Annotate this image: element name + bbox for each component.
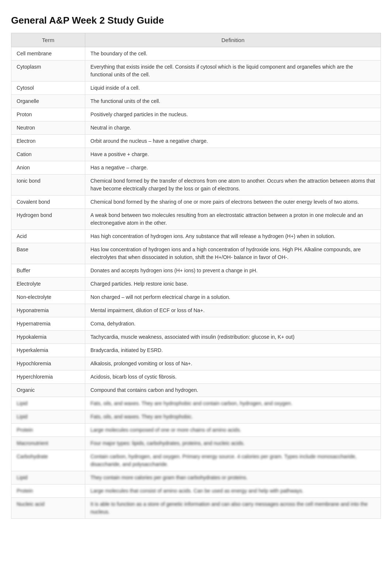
definition-cell: Large molecules composed of one or more … xyxy=(85,424,381,437)
table-row: AcidHas high concentration of hydrogen i… xyxy=(11,230,381,243)
page-title: General A&P Week 2 Study Guide xyxy=(11,15,381,26)
table-row: HypochloremiaAlkalosis, prolonged vomiti… xyxy=(11,357,381,370)
definition-cell: Liquid inside of a cell. xyxy=(85,82,381,95)
definition-cell: Chemical bond formed by the transfer of … xyxy=(85,175,381,196)
term-cell: Lipid xyxy=(11,397,85,410)
definition-cell: Fats, oils, and waxes. They are hydropho… xyxy=(85,397,381,410)
term-cell: Ionic bond xyxy=(11,175,85,196)
term-cell: Protein xyxy=(11,484,85,498)
definition-cell: Coma, dehydration. xyxy=(85,317,381,331)
term-cell: Lipid xyxy=(11,410,85,424)
table-row: Cell membraneThe boundary of the cell. xyxy=(11,47,381,61)
term-cell: Protein xyxy=(11,424,85,437)
definition-cell: Compound that contains carbon and hydrog… xyxy=(85,384,381,397)
definition-cell: Four major types: lipids, carbohydrates,… xyxy=(85,437,381,450)
table-row: ElectrolyteCharged particles. Help resto… xyxy=(11,277,381,291)
definition-cell: Fats, oils, and waxes. They are hydropho… xyxy=(85,410,381,424)
table-row: LipidThey contain more calories per gram… xyxy=(11,471,381,484)
table-row: CationHave a positive + charge. xyxy=(11,148,381,161)
definition-cell: Tachycardia, muscle weakness, associated… xyxy=(85,331,381,344)
table-row: ProteinLarge molecules composed of one o… xyxy=(11,424,381,437)
definition-cell: Donates and accepts hydrogen ions (H+ io… xyxy=(85,264,381,277)
term-cell: Buffer xyxy=(11,264,85,277)
table-row: CarbohydrateContain carbon, hydrogen, an… xyxy=(11,450,381,471)
definition-cell: Large molecules that consist of amino ac… xyxy=(85,484,381,498)
term-cell: Macronutrient xyxy=(11,437,85,450)
term-cell: Proton xyxy=(11,108,85,121)
definition-cell: Charged particles. Help restore ionic ba… xyxy=(85,277,381,291)
term-cell: Organelle xyxy=(11,95,85,108)
table-row: ProteinLarge molecules that consist of a… xyxy=(11,484,381,498)
term-cell: Hypernatremia xyxy=(11,317,85,331)
term-cell: Hypochloremia xyxy=(11,357,85,370)
table-row: HyperkalemiaBradycardia, initiated by ES… xyxy=(11,344,381,357)
term-header: Term xyxy=(11,33,85,47)
table-row: Hydrogen bondA weak bond between two mol… xyxy=(11,209,381,230)
term-cell: Hyponatremia xyxy=(11,304,85,317)
definition-cell: Orbit around the nucleus – have a negati… xyxy=(85,135,381,148)
table-row: HypernatremiaComa, dehydration. xyxy=(11,317,381,331)
term-cell: Covalent bond xyxy=(11,196,85,209)
table-row: Non-electrolyteNon charged – will not pe… xyxy=(11,291,381,304)
definition-cell: Bradycardia, initiated by ESRD. xyxy=(85,344,381,357)
term-cell: Cytoplasm xyxy=(11,61,85,82)
table-row: Covalent bondChemical bond formed by the… xyxy=(11,196,381,209)
term-cell: Nucleic acid xyxy=(11,498,85,519)
table-row: Ionic bondChemical bond formed by the tr… xyxy=(11,175,381,196)
definition-header: Definition xyxy=(85,33,381,47)
term-cell: Carbohydrate xyxy=(11,450,85,471)
term-cell: Hypokalemia xyxy=(11,331,85,344)
definition-cell: Positively charged particles in the nucl… xyxy=(85,108,381,121)
term-cell: Base xyxy=(11,243,85,264)
definition-cell: Contain carbon, hydrogen, and oxygen. Pr… xyxy=(85,450,381,471)
table-row: ProtonPositively charged particles in th… xyxy=(11,108,381,121)
term-cell: Acid xyxy=(11,230,85,243)
definition-cell: The functional units of the cell. xyxy=(85,95,381,108)
term-cell: Non-electrolyte xyxy=(11,291,85,304)
table-row: OrganelleThe functional units of the cel… xyxy=(11,95,381,108)
table-row: CytoplasmEverything that exists inside t… xyxy=(11,61,381,82)
term-cell: Electrolyte xyxy=(11,277,85,291)
table-row: BaseHas low concentration of hydrogen io… xyxy=(11,243,381,264)
term-cell: Lipid xyxy=(11,471,85,484)
term-cell: Hyperkalemia xyxy=(11,344,85,357)
term-cell: Organic xyxy=(11,384,85,397)
table-row: LipidFats, oils, and waxes. They are hyd… xyxy=(11,410,381,424)
table-row: Nucleic acidIt is able to function as a … xyxy=(11,498,381,519)
definition-cell: Acidosis, bicarb loss of cystic fibrosis… xyxy=(85,370,381,384)
term-cell: Cytosol xyxy=(11,82,85,95)
table-row: ElectronOrbit around the nucleus – have … xyxy=(11,135,381,148)
term-cell: Anion xyxy=(11,161,85,175)
table-row: CytosolLiquid inside of a cell. xyxy=(11,82,381,95)
definition-cell: Chemical bond formed by the sharing of o… xyxy=(85,196,381,209)
definition-cell: Have a positive + charge. xyxy=(85,148,381,161)
table-row: HypokalemiaTachycardia, muscle weakness,… xyxy=(11,331,381,344)
table-row: BufferDonates and accepts hydrogen ions … xyxy=(11,264,381,277)
term-cell: Cation xyxy=(11,148,85,161)
term-cell: Hyperchloremia xyxy=(11,370,85,384)
term-cell: Neutron xyxy=(11,121,85,135)
definition-cell: Has a negative – charge. xyxy=(85,161,381,175)
definition-cell: Everything that exists inside the cell. … xyxy=(85,61,381,82)
definition-cell: Alkalosis, prolonged vomiting or loss of… xyxy=(85,357,381,370)
definition-cell: Non charged – will not perform electrica… xyxy=(85,291,381,304)
term-cell: Electron xyxy=(11,135,85,148)
table-row: OrganicCompound that contains carbon and… xyxy=(11,384,381,397)
definition-cell: It is able to function as a store of gen… xyxy=(85,498,381,519)
definition-cell: Neutral in charge. xyxy=(85,121,381,135)
table-row: MacronutrientFour major types: lipids, c… xyxy=(11,437,381,450)
term-cell: Hydrogen bond xyxy=(11,209,85,230)
table-row: AnionHas a negative – charge. xyxy=(11,161,381,175)
definition-cell: Has low concentration of hydrogen ions a… xyxy=(85,243,381,264)
table-row: HyperchloremiaAcidosis, bicarb loss of c… xyxy=(11,370,381,384)
definition-cell: They contain more calories per gram than… xyxy=(85,471,381,484)
definition-cell: Mental impairment, dilution of ECF or lo… xyxy=(85,304,381,317)
definition-cell: A weak bond between two molecules result… xyxy=(85,209,381,230)
definition-cell: The boundary of the cell. xyxy=(85,47,381,61)
study-guide-table: Term Definition Cell membraneThe boundar… xyxy=(11,33,381,519)
table-row: LipidFats, oils, and waxes. They are hyd… xyxy=(11,397,381,410)
table-row: HyponatremiaMental impairment, dilution … xyxy=(11,304,381,317)
definition-cell: Has high concentration of hydrogen ions.… xyxy=(85,230,381,243)
table-row: NeutronNeutral in charge. xyxy=(11,121,381,135)
term-cell: Cell membrane xyxy=(11,47,85,61)
